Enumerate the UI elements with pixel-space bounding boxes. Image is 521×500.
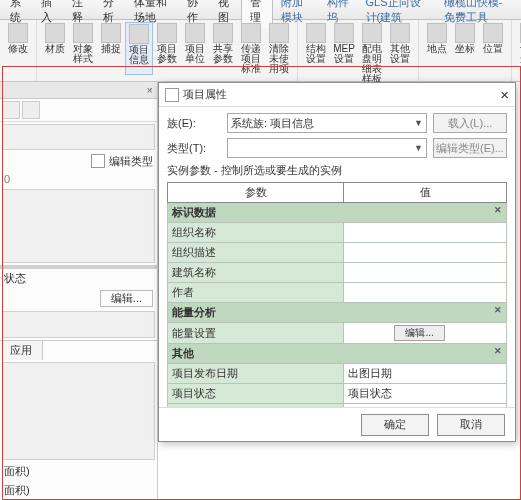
edit-type-icon[interactable]: [91, 154, 105, 168]
ok-button[interactable]: 确定: [361, 414, 429, 436]
edit-type-label[interactable]: 编辑类型: [109, 154, 153, 169]
type-selector[interactable]: [2, 124, 155, 150]
instance-hint: 实例参数 - 控制所选或要生成的实例: [167, 163, 507, 178]
ribbon-button[interactable]: 材质: [41, 22, 69, 75]
ribbon-icon: [455, 23, 475, 43]
ribbon-icon: [73, 23, 93, 43]
ribbon-button[interactable]: 项目信息: [125, 22, 153, 75]
table-row: 能量设置编辑...: [168, 323, 507, 344]
ribbon-button[interactable]: 坐标: [451, 22, 479, 55]
family-combo[interactable]: 系统族: 项目信息▼: [227, 113, 427, 133]
table-row: 作者: [168, 283, 507, 303]
property-list: [2, 189, 155, 263]
project-properties-dialog: 项目属性 × 族(E): 系统族: 项目信息▼ 载入(L)... 类型(T): …: [158, 82, 516, 442]
ribbon-button[interactable]: 传递项目标准: [237, 22, 265, 75]
ribbon-icon: [101, 23, 121, 43]
table-row: 项目状态项目状态: [168, 384, 507, 404]
param-name: 建筑名称: [168, 263, 344, 283]
type-label: 类型(T):: [167, 141, 221, 156]
ribbon-icon: [157, 23, 177, 43]
param-value[interactable]: 项目状态: [344, 384, 507, 404]
close-icon[interactable]: ×: [147, 84, 153, 96]
close-icon[interactable]: ×: [500, 86, 509, 103]
ribbon-icon: [427, 23, 447, 43]
collapse-icon[interactable]: ✕: [494, 346, 502, 356]
ribbon-button[interactable]: 结构设置: [302, 22, 330, 85]
panel-close-row: ×: [0, 82, 157, 99]
tool-btn[interactable]: [2, 101, 20, 119]
table-row: 建筑名称: [168, 263, 507, 283]
param-value[interactable]: [344, 243, 507, 263]
ribbon-button[interactable]: 清除未使用项: [265, 22, 293, 75]
ribbon-icon: [241, 23, 261, 43]
ribbon-button[interactable]: 配电盘明细表样板: [358, 22, 386, 85]
area-label-1: 面积): [0, 462, 157, 481]
ribbon-button[interactable]: 共享参数: [209, 22, 237, 75]
lower-panel: [2, 362, 155, 460]
col-param: 参数: [168, 183, 344, 203]
section-header[interactable]: 标识数据✕: [168, 203, 507, 223]
ribbon-button[interactable]: 地点: [423, 22, 451, 55]
collapse-icon[interactable]: ✕: [494, 305, 502, 315]
dialog-title: 项目属性: [183, 88, 227, 100]
load-button[interactable]: 载入(L)...: [433, 113, 507, 133]
ribbon-icon: [213, 23, 233, 43]
ribbon-icon: [483, 23, 503, 43]
type-combo[interactable]: ▼: [227, 138, 427, 158]
section-header[interactable]: 能量分析✕: [168, 303, 507, 323]
param-name: 项目发布日期: [168, 364, 344, 384]
ribbon-button[interactable]: 捕捉: [97, 22, 125, 75]
ribbon-button[interactable]: 位置: [479, 22, 507, 55]
tool-btn[interactable]: [22, 101, 40, 119]
ribbon-button[interactable]: 修改: [4, 22, 32, 55]
panel-toolbar: [0, 99, 157, 122]
area-label-2: 面积): [0, 481, 157, 500]
table-row: 项目发布日期出图日期: [168, 364, 507, 384]
chevron-down-icon: ▼: [414, 118, 423, 128]
prop-area-2: [2, 311, 155, 337]
param-name: 项目状态: [168, 384, 344, 404]
ribbon-button[interactable]: 其他设置: [386, 22, 414, 85]
ribbon-tabs: 系统插入注释分析体量和场地协作视图管理附加模块构件坞GLS正向设计(建筑橄榄山快…: [0, 0, 521, 20]
cancel-button[interactable]: 取消: [437, 414, 505, 436]
param-name: 作者: [168, 283, 344, 303]
ribbon-icon: [8, 23, 28, 43]
ribbon-button[interactable]: 对象样式: [69, 22, 97, 75]
param-name: 能量设置: [168, 323, 344, 344]
ribbon-icon: [390, 23, 410, 43]
ribbon-button[interactable]: MEP设置: [330, 22, 358, 85]
ribbon-icon: [45, 23, 65, 43]
param-name: 组织名称: [168, 223, 344, 243]
ribbon-button[interactable]: 设计选项: [516, 22, 521, 65]
edit-btn[interactable]: 编辑...: [100, 290, 153, 307]
param-value[interactable]: [344, 223, 507, 243]
edit-cell-button[interactable]: 编辑...: [394, 325, 444, 341]
table-row: 组织名称: [168, 223, 507, 243]
table-row: 组织描述: [168, 243, 507, 263]
properties-panel: × 编辑类型 0 状态 编辑... 应用 面积) 面积): [0, 82, 158, 500]
param-value[interactable]: 出图日期: [344, 364, 507, 384]
ribbon-icon: [362, 23, 382, 43]
ribbon-icon: [306, 23, 326, 43]
section-header[interactable]: 其他✕: [168, 344, 507, 364]
chevron-down-icon: ▼: [414, 143, 423, 153]
collapse-icon[interactable]: ✕: [494, 205, 502, 215]
family-value: 系统族: 项目信息: [231, 116, 314, 131]
param-value[interactable]: 编辑...: [344, 323, 507, 344]
ribbon-icon: [185, 23, 205, 43]
col-value: 值: [344, 183, 507, 203]
ribbon-icon: [129, 24, 149, 44]
ribbon-button[interactable]: 项目单位: [181, 22, 209, 75]
param-value[interactable]: [344, 283, 507, 303]
ribbon-icon: [334, 23, 354, 43]
ribbon-body: 修改材质对象样式捕捉项目信息项目参数项目单位共享参数传递项目标准清除未使用项结构…: [0, 20, 521, 82]
tab-apply[interactable]: 应用: [0, 341, 43, 360]
dialog-icon: [165, 88, 179, 102]
param-name: 组织描述: [168, 243, 344, 263]
ribbon-button[interactable]: 项目参数: [153, 22, 181, 75]
edit-type-button[interactable]: 编辑类型(E)...: [433, 138, 507, 158]
status-label: 状态: [0, 269, 157, 288]
ribbon-icon: [269, 23, 289, 43]
family-label: 族(E):: [167, 116, 221, 131]
param-value[interactable]: [344, 263, 507, 283]
